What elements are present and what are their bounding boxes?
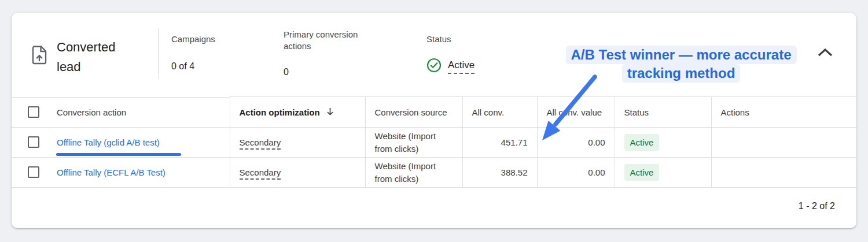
cell-all-conv: 451.71 [462, 128, 537, 158]
stat-campaigns-label: Campaigns [171, 33, 215, 45]
stat-primary-actions: Primary conversion actions 0 [284, 29, 382, 52]
cell-conversion-action: Offline Tally (gclid A/B test) [12, 128, 230, 158]
cell-status: Active [615, 128, 711, 158]
status-badge: Active [624, 164, 660, 181]
cell-actions [711, 128, 856, 158]
status-value[interactable]: Active [448, 59, 475, 74]
conversion-action-link[interactable]: Offline Tally (gclid A/B test) [57, 137, 160, 147]
row-checkbox[interactable] [28, 136, 39, 148]
action-optimization-value[interactable]: Secondary [240, 137, 281, 150]
conversion-source-value: Website (Import from clicks) [375, 130, 453, 155]
stat-campaigns-value: 0 of 4 [171, 61, 194, 72]
status-line: Active [426, 58, 475, 75]
cell-all-conv: 388.52 [462, 158, 537, 188]
cell-conversion-source: Website (Import from clicks) [365, 128, 462, 158]
page-title: Converted lead [57, 38, 138, 77]
conversion-source-value: Website (Import from clicks) [375, 160, 453, 185]
column-header-all-conv-value[interactable]: All conv. value [537, 97, 615, 128]
annotation-line-2: tracking method [622, 64, 741, 83]
pagination-label: 1 - 2 of 2 [799, 201, 835, 211]
column-header-conversion-action[interactable]: Conversion action [12, 97, 230, 128]
check-circle-icon [426, 58, 442, 75]
cell-conversion-source: Website (Import from clicks) [365, 158, 462, 188]
annotation-line-1: A/B Test winner — more accurate [566, 46, 797, 64]
column-header-action-optimization[interactable]: Action optimization [230, 97, 365, 128]
column-header-status[interactable]: Status [615, 97, 711, 128]
table-header-row: Conversion action Action optimization Co… [12, 97, 856, 128]
cell-action-optimization: Secondary [230, 158, 365, 188]
column-header-conversion-source[interactable]: Conversion source [365, 97, 462, 128]
table-row: Offline Tally (ECFL A/B Test) Secondary … [12, 158, 856, 188]
column-header-label: Conversion action [57, 107, 126, 117]
cell-status: Active [615, 158, 711, 188]
cell-all-conv-value: 0.00 [537, 158, 615, 188]
column-header-label: Status [624, 107, 649, 117]
column-header-label: Conversion source [375, 107, 447, 117]
stat-status: Status Active [426, 33, 451, 45]
annotation-underline-bar [56, 153, 181, 156]
stat-campaigns: Campaigns 0 of 4 [171, 33, 215, 45]
stat-primary-actions-label: Primary conversion actions [284, 29, 382, 52]
converted-lead-card: Converted lead Campaigns 0 of 4 Primary … [12, 13, 856, 228]
row-checkbox[interactable] [28, 166, 39, 178]
action-optimization-value[interactable]: Secondary [240, 167, 281, 180]
stat-status-label: Status [426, 33, 451, 45]
cell-all-conv-value: 0.00 [537, 128, 615, 158]
ab-test-annotation: A/B Test winner — more accurate tracking… [507, 46, 855, 83]
file-upload-icon [31, 45, 47, 67]
column-header-actions[interactable]: Actions [711, 97, 856, 128]
conversion-actions-table: Conversion action Action optimization Co… [12, 96, 856, 188]
column-header-label: All conv. [472, 107, 505, 117]
sort-descending-icon [326, 107, 334, 118]
stat-primary-actions-value: 0 [284, 67, 289, 77]
cell-action-optimization: Secondary [230, 128, 365, 158]
select-all-checkbox[interactable] [28, 106, 39, 118]
cell-conversion-action: Offline Tally (ECFL A/B Test) [12, 158, 230, 188]
column-header-label: Actions [721, 107, 749, 117]
table-row: Offline Tally (gclid A/B test) Secondary… [12, 128, 856, 158]
header-divider [158, 28, 159, 79]
column-header-label: All conv. value [547, 107, 602, 117]
cell-actions [711, 158, 856, 188]
status-badge: Active [624, 134, 660, 151]
column-header-all-conv[interactable]: All conv. [462, 97, 537, 128]
conversion-action-link[interactable]: Offline Tally (ECFL A/B Test) [57, 167, 165, 177]
column-header-label: Action optimization [240, 107, 320, 117]
